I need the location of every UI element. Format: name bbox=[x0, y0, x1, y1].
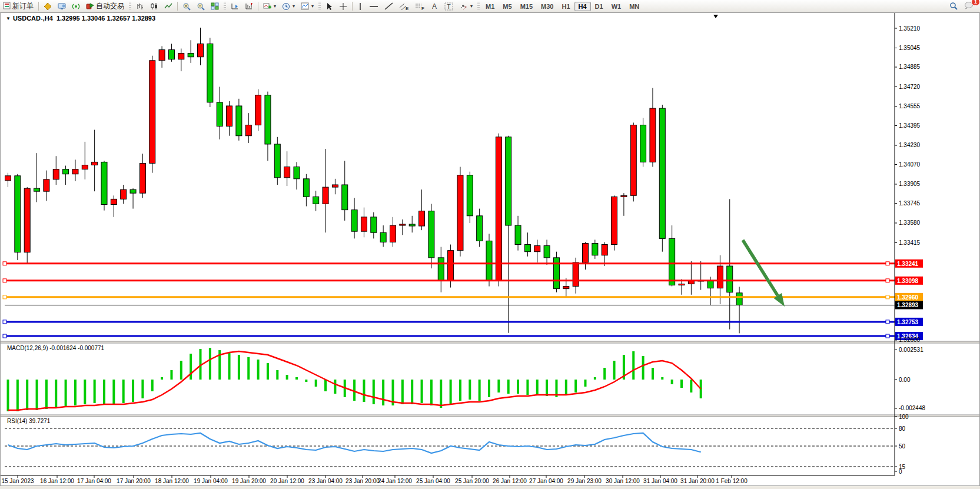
svg-text:29 Jan 23:00: 29 Jan 23:00 bbox=[567, 478, 602, 484]
svg-text:50: 50 bbox=[899, 443, 906, 450]
svg-text:23 Jan 04:00: 23 Jan 04:00 bbox=[308, 478, 343, 484]
svg-text:1.34395: 1.34395 bbox=[899, 122, 921, 129]
svg-text:25 Jan 20:00: 25 Jan 20:00 bbox=[455, 478, 489, 484]
svg-text:0.00: 0.00 bbox=[899, 377, 911, 383]
svg-text:15 Jan 2023: 15 Jan 2023 bbox=[1, 478, 34, 484]
svg-text:-0.002448: -0.002448 bbox=[899, 405, 925, 411]
chart-title: ▼USDCAD-,H4 1.32995 1.33046 1.32657 1.32… bbox=[6, 15, 155, 22]
svg-text:20 Jan 12:00: 20 Jan 12:00 bbox=[270, 478, 304, 484]
svg-text:31 Jan 04:00: 31 Jan 04:00 bbox=[643, 478, 677, 484]
svg-text:1.34070: 1.34070 bbox=[899, 161, 921, 168]
svg-text:16 Jan 12:00: 16 Jan 12:00 bbox=[40, 478, 74, 484]
svg-text:19 Jan 04:00: 19 Jan 04:00 bbox=[194, 478, 228, 484]
macd-indicator-label: MACD(12,26,9) -0.001624 -0.000771 bbox=[7, 345, 104, 351]
svg-text:1.32753: 1.32753 bbox=[897, 319, 919, 325]
svg-text:26 Jan 12:00: 26 Jan 12:00 bbox=[493, 478, 527, 484]
svg-text:1.32600: 1.32600 bbox=[899, 337, 921, 343]
svg-text:18 Jan 12:00: 18 Jan 12:00 bbox=[155, 478, 189, 484]
collapse-icon[interactable]: ▼ bbox=[6, 16, 11, 21]
svg-text:24 Jan 12:00: 24 Jan 12:00 bbox=[378, 478, 412, 484]
rsi-indicator-label: RSI(14) 39.7271 bbox=[7, 418, 50, 424]
svg-text:30 Jan 12:00: 30 Jan 12:00 bbox=[606, 478, 640, 484]
svg-text:27 Jan 04:00: 27 Jan 04:00 bbox=[529, 478, 563, 484]
svg-text:31 Jan 20:00: 31 Jan 20:00 bbox=[680, 478, 715, 484]
svg-text:25 Jan 04:00: 25 Jan 04:00 bbox=[416, 478, 450, 484]
svg-text:1.32893: 1.32893 bbox=[897, 302, 919, 308]
svg-text:1.34885: 1.34885 bbox=[899, 64, 921, 70]
svg-text:1.34555: 1.34555 bbox=[899, 103, 921, 109]
svg-text:1.33580: 1.33580 bbox=[899, 219, 921, 226]
svg-text:1 Feb 12:00: 1 Feb 12:00 bbox=[716, 478, 748, 484]
svg-text:1.35045: 1.35045 bbox=[899, 45, 921, 51]
svg-text:0.002531: 0.002531 bbox=[899, 347, 923, 353]
svg-text:1.32960: 1.32960 bbox=[897, 294, 919, 301]
ohlc-values: 1.32995 1.33046 1.32657 1.32893 bbox=[57, 15, 155, 22]
svg-text:1.34720: 1.34720 bbox=[899, 84, 921, 90]
svg-text:80: 80 bbox=[899, 425, 906, 432]
price-chart[interactable]: 1.332411.330981.329601.328931.327531.326… bbox=[0, 0, 980, 489]
svg-text:19 Jan 20:00: 19 Jan 20:00 bbox=[232, 478, 266, 484]
svg-text:1.33905: 1.33905 bbox=[899, 181, 921, 187]
svg-text:1.33745: 1.33745 bbox=[899, 200, 921, 207]
symbol-label: USDCAD-,H4 bbox=[13, 15, 53, 22]
svg-text:17 Jan 20:00: 17 Jan 20:00 bbox=[117, 478, 151, 484]
svg-text:23 Jan 20:00: 23 Jan 20:00 bbox=[346, 478, 380, 484]
svg-text:1.33098: 1.33098 bbox=[897, 278, 919, 284]
svg-text:17 Jan 04:00: 17 Jan 04:00 bbox=[77, 478, 111, 484]
svg-text:0: 0 bbox=[899, 468, 902, 475]
svg-text:100: 100 bbox=[899, 414, 909, 420]
svg-text:1.35210: 1.35210 bbox=[899, 25, 921, 32]
svg-text:1.33241: 1.33241 bbox=[897, 261, 919, 267]
svg-text:1.34230: 1.34230 bbox=[899, 142, 921, 148]
svg-text:1.33415: 1.33415 bbox=[899, 239, 921, 246]
